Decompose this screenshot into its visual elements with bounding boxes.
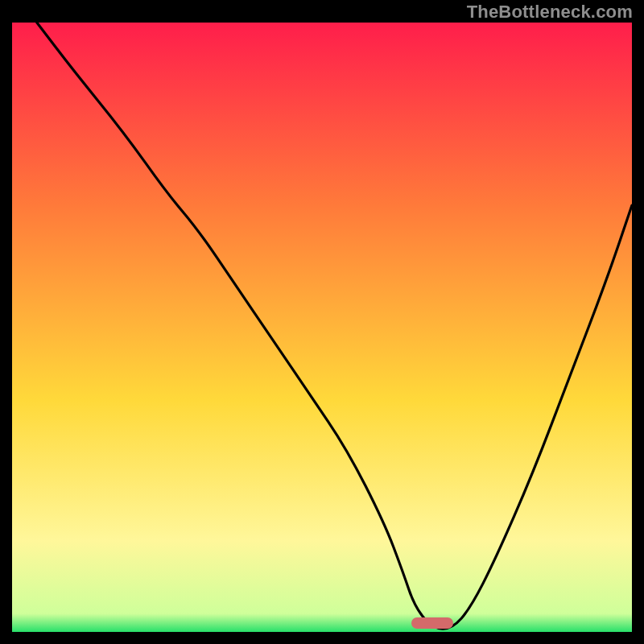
watermark-text: TheBottleneck.com bbox=[467, 2, 633, 23]
chart-frame bbox=[12, 23, 632, 632]
gradient-background bbox=[12, 23, 632, 632]
bottleneck-chart bbox=[12, 23, 632, 632]
optimum-marker bbox=[411, 617, 453, 629]
